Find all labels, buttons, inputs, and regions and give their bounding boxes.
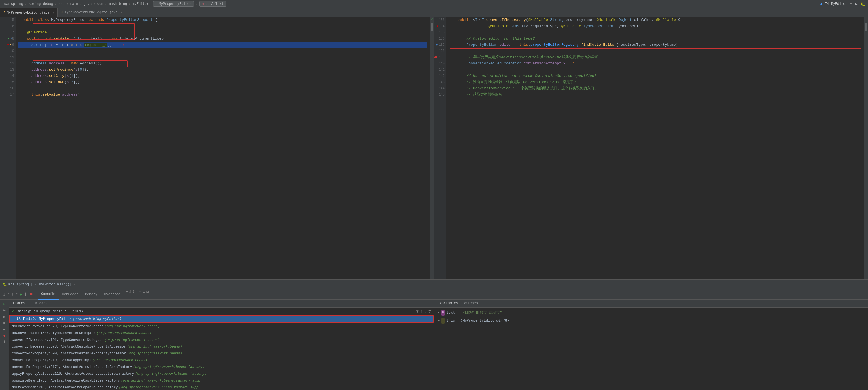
debug-export-btn[interactable]: ⤵ <box>133 289 134 299</box>
left-vscroll[interactable] <box>430 17 434 279</box>
frame-name-3: convertIfNecessary:191, TypeConverterDel… <box>12 337 103 343</box>
left-vscroll-thumb[interactable] <box>431 23 433 31</box>
code-line-5: public class MyPropertyEditor extends Pr… <box>18 17 428 23</box>
frame-item-4[interactable]: convertIfNecessary:573, AbstractNestable… <box>9 344 434 350</box>
debug-resume-btn[interactable]: ▶ <box>20 290 22 298</box>
debug-step-icon[interactable]: ↺ <box>3 301 5 306</box>
right-vscroll-thumb[interactable] <box>865 23 867 31</box>
debug-red-icon[interactable]: ● <box>3 333 5 338</box>
check-8: ● <box>8 36 9 42</box>
debug-format-btn[interactable]: ⇒ <box>140 289 142 299</box>
ln-12: 12 <box>0 61 16 67</box>
frame-item-6[interactable]: convertForProperty:219, BeanWrapperImpl … <box>9 357 434 364</box>
debug-8: @ <box>10 36 11 42</box>
debug-step-over-btn[interactable]: ↕ <box>7 291 10 298</box>
run-config-dropdown[interactable]: ▼ <box>850 2 852 6</box>
tab-close-1[interactable]: ✕ <box>52 11 54 14</box>
ln-16: 16 <box>0 85 16 92</box>
rcode-143: // 没有自定以编辑器，但自定以 ConversionService 指定了? <box>449 79 862 85</box>
frame-italic-5: (org.springframework.beans) <box>127 351 182 356</box>
var-item-text[interactable]: ▶ P text = "河北省_邯郸市_武安市" <box>434 309 868 317</box>
debug-restore-btn[interactable]: ⤴ <box>129 289 131 299</box>
thread-up-btn[interactable]: ↑ <box>421 309 423 314</box>
right-code-container[interactable]: 133 ● 134 135 136 ▶ 137 138 139 <box>434 17 868 279</box>
left-code-content[interactable]: public class MyPropertyEditor extends Pr… <box>16 17 430 279</box>
right-vscroll[interactable] <box>864 17 868 279</box>
bp-9: ● <box>7 42 9 48</box>
code-line-12: Address address = new Address(); <box>18 61 428 67</box>
variables-tab-variables[interactable]: Variables <box>437 299 461 307</box>
rcode-137: PropertyEditor editor = this.propertyEdi… <box>449 42 862 48</box>
navigate-back-btn[interactable]: ◀ <box>820 1 822 6</box>
bc-sep-4: › <box>80 2 82 6</box>
debug-pause-btn[interactable]: ⏸ <box>24 291 28 298</box>
debug-split-btn[interactable]: ⊟ <box>147 289 149 299</box>
bc-item-4: main <box>70 2 78 6</box>
var-triangle-text[interactable]: ▶ <box>438 310 440 316</box>
left-code-container[interactable]: 5 6 7 ● @ 8 ● ➤ 9 10 <box>0 17 434 279</box>
rln-135: 135 <box>434 29 446 36</box>
debug-up-btn[interactable]: ↑ <box>136 289 138 299</box>
frames-tab-frames[interactable]: Frames <box>9 299 29 307</box>
debug-session-label: mca_spring [T4_MyEditor.main()] <box>8 283 71 287</box>
debug-resume-icon[interactable]: ▶ <box>3 314 5 319</box>
debug-tab-debugger[interactable]: Debugger <box>59 289 82 299</box>
frame-item-1[interactable]: doConvertTextValue:579, TypeConverterDel… <box>9 323 434 330</box>
variables-list[interactable]: ▶ P text = "河北省_邯郸市_武安市" ▶ ≡ this = {MyP… <box>434 308 868 390</box>
tab-typeconverterdelegate[interactable]: J TypeConverterDelegate.java ✕ <box>58 8 126 17</box>
frames-tab-label-1: Threads <box>33 301 47 305</box>
code-line-16 <box>18 85 428 92</box>
code-line-13: address.setProvince(s[0]); <box>18 67 428 73</box>
right-code-content[interactable]: public <T> T convertIfNecessary(@Nullabl… <box>446 17 864 279</box>
debug-stop-btn[interactable]: ■ <box>30 291 32 298</box>
thread-down-btn[interactable]: ↓ <box>424 309 427 314</box>
debug-vars-icon[interactable]: ⊙ <box>3 308 5 313</box>
bc-tab-icon-m: m <box>202 2 204 6</box>
tab-close-2[interactable]: ✕ <box>120 11 122 14</box>
tab-mypropertyeditor[interactable]: J MyPropertyEditor.java ✕ <box>0 8 58 17</box>
debug-settings-btn[interactable]: ≡ <box>126 289 128 299</box>
tab-label-1: MyPropertyEditor.java <box>7 11 50 15</box>
ln-5: 5 <box>0 17 16 23</box>
left-editor-panel: ✓ 5 6 7 ● @ 8 <box>0 17 434 279</box>
debug-stop-icon[interactable]: ■ <box>3 321 5 325</box>
frame-item-2[interactable]: doConvertValue:547, TypeConverterDelegat… <box>9 330 434 336</box>
debug-table-btn[interactable]: ⊞ <box>143 289 145 299</box>
debug-session-close[interactable]: ✕ <box>73 283 75 286</box>
run-button[interactable]: ▶ <box>855 1 858 7</box>
debug-tab-debugger-label: Debugger <box>62 292 79 296</box>
frame-item-9[interactable]: populateBean:1783, AbstractAutowireCapab… <box>9 377 434 384</box>
rcode-133: public <T> T convertIfNecessary(@Nullabl… <box>449 17 862 23</box>
frame-item-3[interactable]: convertIfNecessary:191, TypeConverterDel… <box>9 336 434 344</box>
debug-step-out-btn[interactable]: ↑ <box>16 291 18 298</box>
var-item-this[interactable]: ▶ ≡ this = {MyPropertyEditor@2478} <box>434 317 868 325</box>
thread-filter-btn[interactable]: ▽ <box>429 309 431 314</box>
frame-item-8[interactable]: applyPropertyValues:2116, AbstractAutowi… <box>9 370 434 377</box>
debug-step-into-btn[interactable]: ↓ <box>11 291 14 298</box>
debug-more-icon[interactable]: ⋯ <box>3 327 5 332</box>
debug-restart-btn[interactable]: ↺ <box>3 290 5 298</box>
var-triangle-this[interactable]: ▶ <box>438 318 440 324</box>
rcode-142: // No custom editor but custom Conversio… <box>449 73 862 79</box>
debug-tab-console[interactable]: Console <box>38 289 59 299</box>
debug-toolbar-tabs: Console Debugger Memory Overhead ≡ ⤴ ⤵ ↑… <box>38 289 149 299</box>
debug-arrow-9: ➤ <box>10 42 11 48</box>
frames-tab-threads[interactable]: Threads <box>29 299 51 307</box>
frames-list[interactable]: setAsText:9, MyPropertyEditor (com.mashi… <box>9 315 434 390</box>
breadcrumb-tab-mypropertyeditor[interactable]: C MyPropertyEditor <box>153 1 194 7</box>
code-line-11 <box>18 54 428 61</box>
frame-item-7[interactable]: convertForProperty:2171, AbstractAutowir… <box>9 364 434 370</box>
frame-item-0[interactable]: setAsText:9, MyPropertyEditor (com.mashi… <box>9 315 434 323</box>
debug-info-icon[interactable]: ℹ <box>4 340 5 345</box>
debug-button[interactable]: 🐛 <box>860 1 865 6</box>
debug-tab-memory[interactable]: Memory <box>82 289 101 299</box>
rln-133: 133 <box>434 17 446 23</box>
rln-144: 144 <box>434 85 446 92</box>
breadcrumb-tab-setastext[interactable]: m setAsText <box>199 1 226 7</box>
variables-tab-watches[interactable]: Watches <box>461 299 480 307</box>
thread-dropdown-btn[interactable]: ▼ <box>416 309 418 314</box>
code-line-15: address.setTown(s[2]); <box>18 79 428 85</box>
debug-tab-overhead[interactable]: Overhead <box>101 289 124 299</box>
frame-item-5[interactable]: convertForProperty:590, AbstractNestable… <box>9 350 434 357</box>
frame-item-10[interactable]: doCreateBean:713, AbstractAutowireCapabl… <box>9 384 434 390</box>
